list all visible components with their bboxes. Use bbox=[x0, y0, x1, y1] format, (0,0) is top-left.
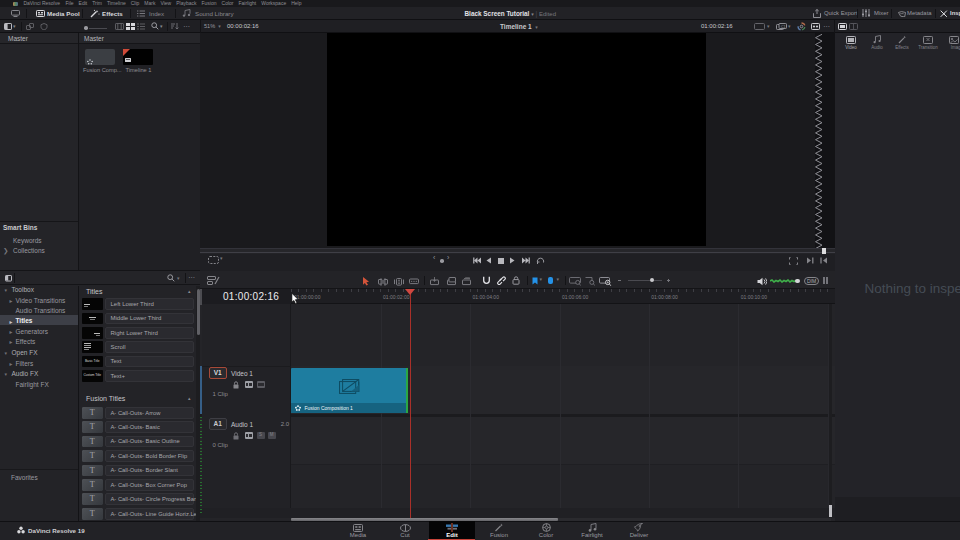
svg-text:C1: C1 bbox=[781, 25, 786, 29]
